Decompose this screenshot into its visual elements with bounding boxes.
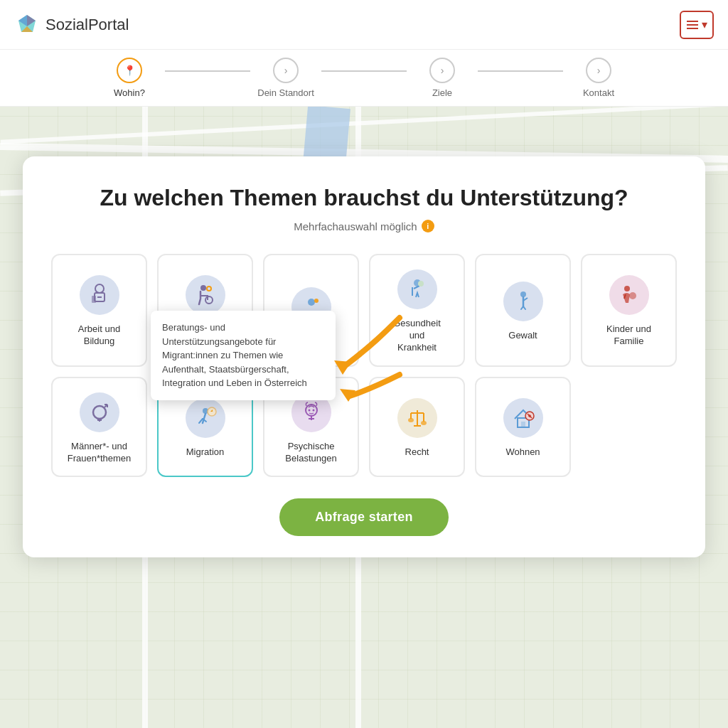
card-subtitle: Mehrfachauswahl möglich i bbox=[51, 220, 677, 232]
logo-text: SozialPortal bbox=[46, 16, 129, 34]
topic-gewalt[interactable]: Gewalt bbox=[475, 254, 571, 367]
logo-icon bbox=[14, 12, 40, 38]
svg-rect-3 bbox=[92, 296, 96, 303]
svg-point-8 bbox=[314, 299, 318, 303]
progress-line-3 bbox=[478, 70, 563, 72]
step-kontakt-label: Kontakt bbox=[583, 87, 614, 98]
tooltip-text: Beratungs- und Unterstützungsangebote fü… bbox=[162, 322, 307, 388]
topic-arbeit[interactable]: Arbeit undBildung bbox=[51, 254, 147, 367]
svg-point-25 bbox=[308, 409, 310, 411]
topic-recht[interactable]: Recht bbox=[369, 377, 465, 478]
svg-point-0 bbox=[95, 284, 104, 293]
svg-point-14 bbox=[624, 286, 630, 291]
svg-point-5 bbox=[205, 296, 213, 304]
subtitle-text: Mehrfachauswahl möglich bbox=[294, 220, 417, 232]
step-ziele-icon: › bbox=[429, 58, 455, 83]
svg-point-7 bbox=[308, 299, 315, 306]
logo: SozialPortal bbox=[14, 12, 129, 38]
svg-point-6 bbox=[207, 287, 211, 291]
migration-label: Migration bbox=[186, 446, 224, 459]
svg-point-33 bbox=[408, 418, 414, 422]
step-wohin-label: Wohin? bbox=[114, 87, 145, 98]
menu-button[interactable]: ▾ bbox=[680, 11, 714, 39]
step-wohin[interactable]: 📍 Wohin? bbox=[94, 58, 165, 98]
svg-point-12 bbox=[418, 281, 424, 287]
recht-label: Recht bbox=[405, 446, 429, 459]
info-icon[interactable]: i bbox=[422, 220, 434, 232]
svg-point-26 bbox=[312, 409, 314, 411]
svg-point-16 bbox=[93, 406, 106, 419]
svg-point-34 bbox=[421, 421, 427, 425]
topic-wohnen[interactable]: Wohnen bbox=[475, 377, 571, 478]
step-kontakt-icon: › bbox=[586, 58, 611, 83]
gewalt-icon bbox=[503, 282, 543, 321]
gewalt-label: Gewalt bbox=[508, 330, 537, 342]
card-title: Zu welchen Themen brauchst du Unterstütz… bbox=[51, 185, 677, 211]
svg-point-15 bbox=[629, 292, 636, 299]
topic-kinder[interactable]: Kinder undFamilie bbox=[581, 254, 677, 367]
gesundheit-label: GesundheitundKrankheit bbox=[393, 318, 441, 354]
submit-button[interactable]: Abfrage starten bbox=[279, 498, 449, 536]
topics-grid: Arbeit undBildung Behinde...und Pfl... bbox=[51, 254, 677, 477]
main-card: Zu welchen Themen brauchst du Unterstütz… bbox=[23, 156, 705, 557]
wohnen-icon bbox=[503, 398, 543, 438]
header: SozialPortal ▾ bbox=[0, 0, 728, 50]
svg-rect-37 bbox=[521, 422, 525, 427]
gender-label: Männer*- undFrauen*themen bbox=[68, 441, 132, 465]
migration-icon bbox=[186, 398, 225, 438]
progress-bar: 📍 Wohin? › Dein Standort › Ziele › Konta… bbox=[0, 50, 728, 107]
step-standort[interactable]: › Dein Standort bbox=[250, 58, 321, 98]
topic-gender[interactable]: Männer*- undFrauen*themen bbox=[51, 377, 147, 478]
arbeit-label: Arbeit undBildung bbox=[78, 323, 120, 348]
progress-line-1 bbox=[165, 70, 250, 72]
gender-icon bbox=[80, 392, 119, 432]
kinder-icon bbox=[609, 275, 649, 315]
step-ziele[interactable]: › Ziele bbox=[407, 58, 478, 98]
gesundheit-icon bbox=[397, 269, 437, 309]
wohnen-label: Wohnen bbox=[505, 446, 540, 459]
topic-gesundheit[interactable]: GesundheitundKrankheit bbox=[369, 254, 465, 367]
psychisch-label: PsychischeBelastungen bbox=[285, 441, 336, 465]
recht-icon bbox=[397, 398, 437, 438]
arbeit-icon bbox=[80, 275, 119, 315]
behinderung-icon bbox=[186, 275, 225, 315]
progress-line-2 bbox=[321, 70, 407, 72]
svg-point-4 bbox=[200, 285, 206, 291]
step-wohin-icon: 📍 bbox=[117, 58, 142, 83]
tooltip: Beratungs- und Unterstützungsangebote fü… bbox=[151, 311, 336, 400]
step-ziele-label: Ziele bbox=[432, 87, 452, 98]
step-standort-icon: › bbox=[273, 58, 299, 83]
kinder-label: Kinder undFamilie bbox=[606, 323, 651, 348]
step-standort-label: Dein Standort bbox=[257, 87, 314, 98]
step-kontakt[interactable]: › Kontakt bbox=[563, 58, 634, 98]
